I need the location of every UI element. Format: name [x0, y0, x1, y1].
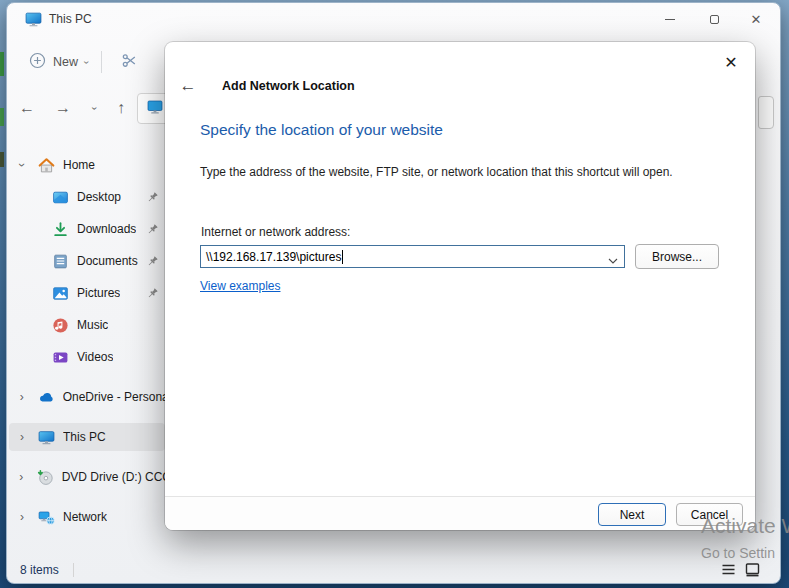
- minimize-button[interactable]: [648, 3, 692, 35]
- expand-chevron-icon[interactable]: ›: [15, 430, 29, 444]
- view-examples-link[interactable]: View examples: [200, 279, 280, 293]
- dialog-title: Add Network Location: [222, 79, 355, 93]
- expand-chevron-icon[interactable]: ›: [15, 470, 28, 484]
- sidebar-item-music[interactable]: Music: [7, 309, 169, 341]
- this-pc-icon: [147, 99, 163, 119]
- maximize-button[interactable]: [692, 3, 736, 35]
- up-icon[interactable]: ↑: [107, 94, 135, 122]
- sidebar-item-dvd-drive-d-ccco[interactable]: › DVD Drive (D:) CCCO: [7, 461, 169, 493]
- combobox-dropdown-icon[interactable]: [608, 253, 618, 267]
- navigation-pane: › Home Desktop Downloads: [7, 149, 169, 557]
- sidebar-item-label: This PC: [63, 430, 106, 444]
- window-title: This PC: [49, 12, 92, 26]
- dvd-icon: [37, 469, 54, 486]
- plus-circle-icon: [29, 52, 46, 72]
- text-cursor: [342, 250, 343, 264]
- network-address-combobox[interactable]: \\192.168.17.139\pictures: [200, 245, 625, 268]
- sidebar-item-label: Home: [63, 158, 95, 172]
- sidebar-item-desktop[interactable]: Desktop: [7, 181, 169, 213]
- home-icon: [38, 157, 55, 174]
- pictures-icon: [52, 285, 69, 302]
- pin-icon: [146, 255, 159, 268]
- chevron-down-icon: ›: [81, 60, 92, 63]
- title-bar[interactable]: This PC ✕: [7, 3, 780, 37]
- address-field-label: Internet or network address:: [201, 225, 350, 239]
- expand-chevron-icon[interactable]: ›: [15, 390, 29, 404]
- statusbar-divider: [73, 563, 74, 577]
- browse-button[interactable]: Browse...: [635, 244, 719, 269]
- sidebar-item-label: Desktop: [77, 190, 121, 204]
- new-button[interactable]: New ›: [21, 47, 96, 77]
- expand-chevron-icon[interactable]: ›: [15, 510, 29, 524]
- sidebar-item-documents[interactable]: Documents: [7, 245, 169, 277]
- sidebar-item-videos[interactable]: Videos: [7, 341, 169, 373]
- items-count: 8 items: [20, 563, 59, 577]
- onedrive-icon: [38, 389, 55, 406]
- desktop-icon-sliver: [0, 152, 4, 167]
- downloads-icon: [52, 221, 69, 238]
- next-button[interactable]: Next: [598, 503, 666, 526]
- sidebar-item-label: Documents: [77, 254, 138, 268]
- network-icon: [38, 509, 55, 526]
- sidebar-item-network[interactable]: › Network: [7, 501, 169, 533]
- scissors-icon: [121, 52, 138, 73]
- cancel-button[interactable]: Cancel: [676, 503, 743, 526]
- videos-icon: [52, 349, 69, 366]
- music-icon: [52, 317, 69, 334]
- close-button[interactable]: ✕: [734, 3, 778, 35]
- large-icons-view-icon[interactable]: [745, 562, 760, 577]
- desktop-icon: [52, 189, 69, 206]
- sidebar-item-label: Videos: [77, 350, 113, 364]
- status-bar: 8 items: [7, 557, 780, 583]
- pin-icon: [146, 287, 159, 300]
- sidebar-item-label: OneDrive - Personal: [63, 390, 169, 404]
- sidebar-item-label: Network: [63, 510, 107, 524]
- documents-icon: [52, 253, 69, 270]
- desktop: This PC ✕ New › ← → › ↑: [0, 0, 789, 588]
- sidebar-item-this-pc[interactable]: › This PC: [7, 421, 169, 453]
- sidebar-item-downloads[interactable]: Downloads: [7, 213, 169, 245]
- dialog-footer: Next Cancel: [165, 496, 755, 530]
- sidebar-item-label: Music: [77, 318, 108, 332]
- sidebar-item-label: Downloads: [77, 222, 136, 236]
- desktop-icon-sliver: [0, 52, 4, 76]
- dialog-back-icon[interactable]: ←: [173, 74, 203, 98]
- sidebar-item-label: DVD Drive (D:) CCCO: [62, 470, 169, 484]
- network-address-value: \\192.168.17.139\pictures: [206, 250, 341, 264]
- search-box[interactable]: [758, 96, 774, 129]
- sidebar-item-label: Pictures: [77, 286, 120, 300]
- new-button-label: New: [53, 55, 78, 69]
- this-pc-icon: [25, 11, 42, 28]
- add-network-location-dialog: ✕ ← Add Network Location Specify the loc…: [165, 42, 755, 530]
- dialog-close-icon[interactable]: ✕: [720, 51, 742, 73]
- sidebar-item-pictures[interactable]: Pictures: [7, 277, 169, 309]
- pin-icon: [146, 191, 159, 204]
- forward-icon[interactable]: →: [49, 94, 77, 122]
- details-view-icon[interactable]: [721, 562, 736, 577]
- cut-button[interactable]: [115, 49, 143, 75]
- thispc-icon: [38, 429, 55, 446]
- pin-icon: [146, 223, 159, 236]
- dialog-heading: Specify the location of your website: [200, 121, 443, 139]
- sidebar-item-onedrive-personal[interactable]: › OneDrive - Personal: [7, 381, 169, 413]
- back-icon[interactable]: ←: [13, 94, 41, 122]
- dialog-description: Type the address of the website, FTP sit…: [200, 165, 673, 179]
- expand-chevron-icon[interactable]: ›: [15, 158, 29, 172]
- sidebar-item-home[interactable]: › Home: [7, 149, 169, 181]
- recent-locations-chevron-icon[interactable]: ›: [81, 94, 109, 122]
- desktop-icon-sliver: [0, 108, 4, 126]
- toolbar-divider: [101, 51, 102, 73]
